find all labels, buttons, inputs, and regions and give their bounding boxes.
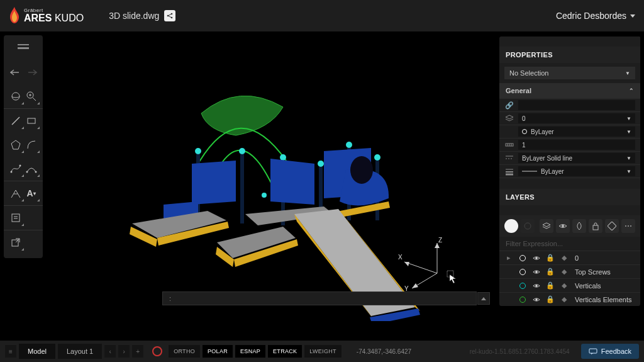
svg-point-17: [350, 156, 373, 184]
layer-stack-button[interactable]: [540, 219, 553, 233]
svg-point-65: [535, 298, 537, 300]
layer-color-swatch: [519, 283, 526, 289]
svg-point-62: [535, 257, 537, 259]
layer-name: Verticals: [572, 282, 636, 290]
linetype-field[interactable]: ByLayer Solid line ▼: [518, 153, 635, 163]
orbit-button[interactable]: [9, 89, 23, 103]
svg-point-36: [35, 171, 36, 173]
zoom-button[interactable]: [25, 89, 38, 103]
hyperlink-field[interactable]: [518, 100, 635, 110]
curve-button[interactable]: [25, 162, 38, 176]
link-icon: 🔗: [504, 100, 514, 110]
lock-icon[interactable]: 🔒: [545, 254, 556, 262]
polygon-button[interactable]: [9, 138, 23, 152]
lineweight-icon: [504, 166, 514, 176]
tab-model[interactable]: Model: [19, 344, 55, 359]
username-label: Cedric Desbordes: [556, 11, 626, 21]
svg-point-58: [525, 223, 531, 229]
command-history-button[interactable]: [477, 292, 490, 305]
line-button[interactable]: [9, 114, 23, 128]
svg-point-35: [26, 171, 28, 173]
toggle-ortho[interactable]: ORTHO: [169, 345, 200, 358]
current-layer-color[interactable]: [504, 219, 518, 233]
tab-add-button[interactable]: +: [132, 345, 143, 358]
menu-button[interactable]: [4, 39, 43, 54]
freeze-icon[interactable]: ◆: [558, 281, 570, 290]
share-icon[interactable]: [164, 10, 175, 21]
lineweight-field[interactable]: ByLayer ▼: [518, 166, 635, 176]
user-menu[interactable]: Cedric Desbordes: [556, 11, 635, 21]
layer-print-button[interactable]: [605, 219, 619, 233]
tab-next-button[interactable]: ›: [118, 345, 130, 358]
undo-button[interactable]: [9, 65, 23, 79]
tab-layout1[interactable]: Layout 1: [58, 344, 102, 359]
redo-button[interactable]: [25, 65, 38, 79]
chevron-up-icon: [481, 297, 486, 300]
layer-lock-button[interactable]: [589, 219, 602, 233]
eye-icon[interactable]: [531, 296, 542, 303]
toggle-etrack[interactable]: ETRACK: [268, 345, 302, 358]
layer-freeze-button[interactable]: [572, 219, 586, 233]
eye-icon[interactable]: [531, 282, 542, 290]
text-button[interactable]: A▾: [25, 186, 38, 200]
arc-button[interactable]: [25, 138, 38, 152]
svg-point-13: [346, 142, 352, 148]
layer-row[interactable]: 🔒 ◆ Verticals Elements: [499, 292, 640, 306]
linetype-icon: [504, 153, 514, 163]
lock-icon[interactable]: 🔒: [545, 268, 556, 276]
color-field[interactable]: ByLayer ▼: [518, 127, 635, 137]
toggle-polar[interactable]: POLAR: [203, 345, 233, 358]
layer-row[interactable]: ▸ 🔒 ◆ 0: [499, 251, 640, 264]
selection-dropdown[interactable]: No Selection ▼: [504, 67, 635, 79]
command-line[interactable]: :: [162, 291, 477, 305]
general-section-header[interactable]: General ⌃: [499, 83, 640, 98]
general-label: General: [506, 87, 531, 94]
layer-row[interactable]: 🔒 ◆ Verticals: [499, 278, 640, 292]
freeze-icon[interactable]: ◆: [558, 295, 570, 303]
model-preview: [75, 69, 428, 321]
axis-x-label: X: [398, 254, 402, 261]
layer-name: Verticals Elements: [572, 296, 636, 303]
layer-color-swatch: [519, 297, 526, 303]
lock-icon[interactable]: 🔒: [545, 295, 556, 303]
svg-point-33: [10, 171, 12, 173]
feedback-button[interactable]: Feedback: [581, 344, 639, 359]
layer-visibility-button[interactable]: [556, 219, 570, 233]
dimension-button[interactable]: [9, 186, 23, 200]
layer-name: 0: [572, 254, 636, 262]
chevron-right-icon: ▸: [503, 254, 514, 262]
layer-field[interactable]: 0 ▼: [518, 113, 635, 123]
layers-panel: LAYERS ⋯ Filter Expression... ▸ 🔒 ◆ 0 🔒 …: [499, 179, 640, 306]
svg-marker-21: [435, 243, 440, 248]
svg-line-19: [404, 262, 437, 273]
lock-icon[interactable]: 🔒: [545, 281, 556, 290]
layer-more-button[interactable]: ⋯: [621, 219, 635, 233]
layer-filter-input[interactable]: Filter Expression...: [499, 237, 640, 251]
status-bar: ≡ Model Layout 1 ‹ › + ORTHO POLAR ESNAP…: [0, 341, 644, 362]
eye-icon[interactable]: [531, 254, 542, 262]
layer-row[interactable]: 🔒 ◆ Top Screws: [499, 264, 640, 278]
toggle-lweight[interactable]: LWEIGHT: [304, 345, 341, 358]
note-button[interactable]: [9, 211, 23, 225]
svg-line-30: [12, 117, 19, 125]
freeze-icon[interactable]: ◆: [558, 268, 570, 276]
spline-button[interactable]: [9, 162, 23, 176]
tabs-menu-button[interactable]: ≡: [5, 345, 16, 358]
svg-marker-23: [412, 283, 418, 288]
layer-icon: [504, 113, 514, 123]
svg-rect-61: [608, 222, 616, 230]
eye-icon[interactable]: [531, 268, 542, 276]
rectangle-button[interactable]: [25, 114, 38, 128]
toggle-esnap[interactable]: ESNAP: [235, 345, 265, 358]
scale-field[interactable]: 1: [518, 140, 635, 150]
app-logo: Gräbert ARES KUDO: [9, 7, 84, 25]
svg-rect-24: [447, 271, 453, 277]
export-button[interactable]: [9, 235, 23, 249]
svg-rect-38: [12, 214, 19, 222]
app-header: Gräbert ARES KUDO 3D slide.dwg Cedric De…: [0, 0, 644, 31]
tab-prev-button[interactable]: ‹: [104, 345, 116, 358]
record-icon[interactable]: [152, 346, 162, 356]
freeze-icon[interactable]: ◆: [558, 254, 570, 262]
layer-state-button[interactable]: [521, 219, 535, 233]
build-string: rel-kudo-1.51.6851.2760.1783.4454: [470, 348, 570, 355]
